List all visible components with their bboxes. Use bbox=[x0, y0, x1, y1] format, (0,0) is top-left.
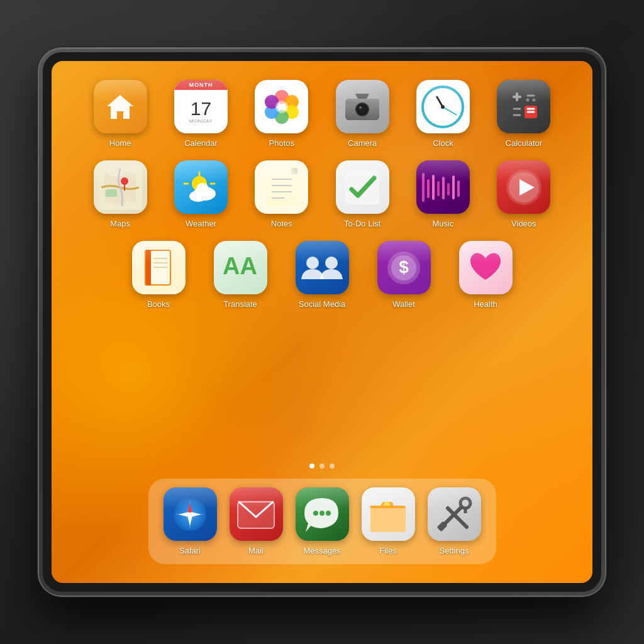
books-label: Books bbox=[147, 299, 170, 309]
calendar-day: MONDAY bbox=[189, 118, 213, 124]
health-label: Health bbox=[474, 299, 497, 309]
photos-icon bbox=[255, 80, 308, 133]
app-camera[interactable]: Camera bbox=[331, 80, 393, 148]
app-clock[interactable]: Clock bbox=[412, 80, 474, 148]
health-icon bbox=[459, 241, 513, 294]
svg-point-28 bbox=[121, 177, 128, 185]
page-dots bbox=[309, 464, 335, 469]
calendar-month: MONTH bbox=[174, 80, 228, 90]
music-icon bbox=[416, 160, 470, 214]
home-label: Home bbox=[109, 138, 131, 148]
svg-rect-51 bbox=[457, 180, 460, 197]
clock-icon bbox=[416, 80, 470, 133]
app-todo[interactable]: To-Do List bbox=[331, 160, 393, 228]
todo-icon bbox=[336, 160, 389, 214]
settings-label: Settings bbox=[440, 546, 469, 555]
app-social[interactable]: Social Media bbox=[291, 241, 353, 309]
app-home[interactable]: Home bbox=[89, 80, 151, 148]
social-icon bbox=[296, 241, 349, 294]
svg-rect-27 bbox=[106, 189, 117, 197]
translate-icon: AA bbox=[214, 241, 267, 294]
svg-rect-47 bbox=[437, 181, 440, 196]
svg-point-14 bbox=[359, 106, 362, 109]
svg-text:AA: AA bbox=[223, 253, 257, 279]
dock: Safari Mail bbox=[148, 479, 496, 564]
weather-icon bbox=[174, 160, 228, 214]
books-icon bbox=[132, 241, 186, 294]
svg-point-7 bbox=[275, 101, 288, 113]
app-calculator[interactable]: Calculator bbox=[493, 80, 555, 148]
app-maps[interactable]: Maps bbox=[89, 160, 151, 228]
messages-icon bbox=[296, 487, 349, 541]
svg-rect-50 bbox=[452, 175, 455, 199]
app-music[interactable]: Music bbox=[412, 160, 474, 228]
page-dot-2[interactable] bbox=[319, 464, 325, 469]
app-row-3: Books AA Translate bbox=[89, 241, 555, 309]
svg-point-62 bbox=[306, 257, 319, 269]
calendar-icon: MONTH 17 MONDAY bbox=[174, 80, 228, 133]
app-calendar[interactable]: MONTH 17 MONDAY Calendar bbox=[170, 80, 231, 148]
svg-text:$: $ bbox=[399, 257, 409, 277]
page-dot-1[interactable] bbox=[309, 464, 314, 469]
calendar-label: Calendar bbox=[184, 138, 218, 148]
dock-messages[interactable]: Messages bbox=[296, 487, 349, 555]
wallet-icon: $ bbox=[377, 241, 431, 294]
app-notes[interactable]: Notes bbox=[251, 160, 313, 228]
svg-rect-44 bbox=[422, 173, 425, 202]
camera-label: Camera bbox=[348, 138, 377, 148]
app-translate[interactable]: AA Translate bbox=[209, 241, 272, 309]
svg-rect-56 bbox=[146, 250, 151, 286]
app-videos[interactable]: Videos bbox=[493, 160, 555, 228]
dock-files[interactable]: Files bbox=[362, 487, 415, 555]
tablet-device: Home MONTH 17 MONDAY bbox=[39, 48, 605, 596]
app-row-1: Home MONTH 17 MONDAY bbox=[89, 80, 555, 148]
home-icon bbox=[94, 80, 147, 133]
svg-marker-0 bbox=[107, 95, 133, 119]
app-health[interactable]: Health bbox=[454, 241, 517, 309]
files-label: Files bbox=[379, 546, 396, 555]
svg-rect-43 bbox=[345, 170, 379, 204]
svg-rect-15 bbox=[348, 101, 353, 104]
maps-icon bbox=[94, 160, 147, 214]
translate-label: Translate bbox=[223, 299, 257, 309]
mail-icon bbox=[230, 487, 283, 541]
tablet-bezel: Home MONTH 17 MONDAY bbox=[43, 52, 601, 592]
svg-point-20 bbox=[532, 98, 535, 101]
wallet-label: Wallet bbox=[392, 299, 415, 309]
app-row-2: Maps bbox=[89, 160, 555, 228]
social-label: Social Media bbox=[299, 299, 345, 309]
svg-rect-48 bbox=[442, 177, 445, 199]
svg-point-78 bbox=[319, 511, 325, 516]
page-dot-3[interactable] bbox=[330, 464, 335, 469]
notes-icon bbox=[255, 160, 308, 214]
dock-mail[interactable]: Mail bbox=[230, 487, 283, 555]
videos-label: Videos bbox=[511, 219, 536, 228]
svg-rect-49 bbox=[447, 183, 450, 196]
svg-point-63 bbox=[325, 257, 338, 269]
svg-marker-10 bbox=[355, 94, 369, 99]
svg-point-77 bbox=[313, 511, 318, 516]
app-photos[interactable]: Photos bbox=[251, 80, 313, 148]
clock-label: Clock bbox=[433, 138, 453, 148]
svg-rect-75 bbox=[238, 501, 274, 528]
app-wallet[interactable]: $ Wallet bbox=[372, 241, 435, 309]
photos-label: Photos bbox=[269, 138, 294, 148]
svg-rect-45 bbox=[427, 179, 430, 198]
weather-label: Weather bbox=[186, 219, 216, 228]
safari-label: Safari bbox=[179, 546, 201, 555]
app-weather[interactable]: Weather bbox=[170, 160, 231, 228]
dock-safari[interactable]: Safari bbox=[164, 487, 217, 555]
calculator-icon bbox=[497, 80, 550, 133]
messages-label: Messages bbox=[303, 546, 340, 555]
notes-label: Notes bbox=[271, 219, 292, 228]
todo-label: To-Do List bbox=[344, 219, 381, 228]
dock-settings[interactable]: Settings bbox=[428, 487, 481, 555]
apps-grid: Home MONTH 17 MONDAY bbox=[89, 80, 555, 464]
calendar-date-num: 17 bbox=[191, 99, 211, 118]
app-books[interactable]: Books bbox=[127, 241, 190, 309]
settings-icon bbox=[428, 487, 481, 541]
files-icon bbox=[362, 487, 415, 541]
svg-point-79 bbox=[326, 511, 331, 516]
safari-icon bbox=[164, 487, 217, 541]
svg-rect-38 bbox=[266, 168, 297, 206]
